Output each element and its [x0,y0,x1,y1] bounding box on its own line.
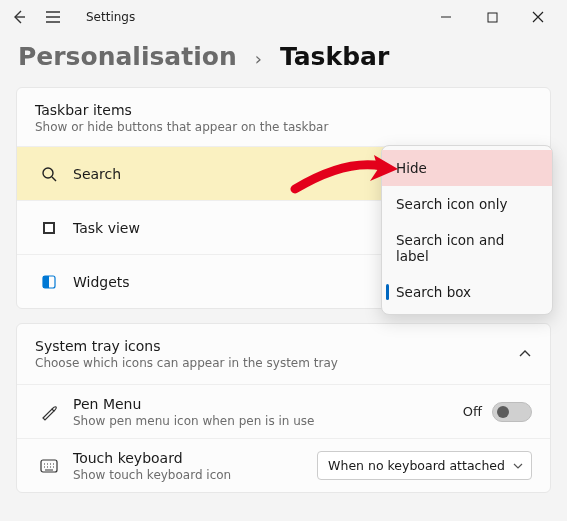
system-tray-subtitle: Choose which icons can appear in the sys… [35,356,518,370]
taskview-icon [39,221,59,235]
popup-option-icon-label[interactable]: Search icon and label [382,222,552,274]
maximize-icon [487,12,498,23]
keyboard-icon [39,459,59,473]
system-tray-title: System tray icons [35,338,518,354]
taskbar-items-subtitle: Show or hide buttons that appear on the … [35,120,532,134]
minimize-button[interactable] [423,2,469,32]
minimize-icon [440,11,452,23]
touchkb-dropdown[interactable]: When no keyboard attached [317,451,532,480]
svg-point-1 [43,168,53,178]
close-icon [532,11,544,23]
svg-rect-3 [45,224,53,232]
taskbar-items-title: Taskbar items [35,102,532,118]
breadcrumb: Personalisation › Taskbar [0,34,567,87]
svg-rect-0 [488,13,497,22]
titlebar: Settings [0,0,567,34]
svg-rect-5 [43,276,49,288]
system-tray-panel: System tray icons Choose which icons can… [16,323,551,493]
breadcrumb-separator: › [255,48,262,69]
pen-sub: Show pen menu icon when pen is in use [73,414,449,428]
window-title: Settings [86,10,135,24]
pen-label: Pen Menu [73,396,449,412]
touchkb-sub: Show touch keyboard icon [73,468,303,482]
pen-toggle[interactable] [492,402,532,422]
touchkb-dropdown-value: When no keyboard attached [328,458,505,473]
chevron-up-icon [518,347,532,361]
back-button[interactable] [8,6,30,28]
tray-row-touchkb[interactable]: Touch keyboard Show touch keyboard icon … [17,438,550,492]
pen-icon [39,403,59,421]
widgets-icon [39,275,59,289]
system-tray-header[interactable]: System tray icons Choose which icons can… [17,324,550,384]
popup-option-hide[interactable]: Hide [382,150,552,186]
chevron-down-icon [513,461,523,471]
pen-state: Off [463,404,482,419]
hamburger-icon [45,11,61,23]
popup-option-search-box[interactable]: Search box [382,274,552,310]
back-arrow-icon [11,9,27,25]
search-options-popup: Hide Search icon only Search icon and la… [381,145,553,315]
touchkb-label: Touch keyboard [73,450,303,466]
breadcrumb-current: Taskbar [280,42,389,71]
close-button[interactable] [515,2,561,32]
breadcrumb-parent[interactable]: Personalisation [18,42,237,71]
menu-button[interactable] [42,6,64,28]
maximize-button[interactable] [469,2,515,32]
popup-option-icon-only[interactable]: Search icon only [382,186,552,222]
tray-row-pen[interactable]: Pen Menu Show pen menu icon when pen is … [17,384,550,438]
search-icon [39,166,59,182]
